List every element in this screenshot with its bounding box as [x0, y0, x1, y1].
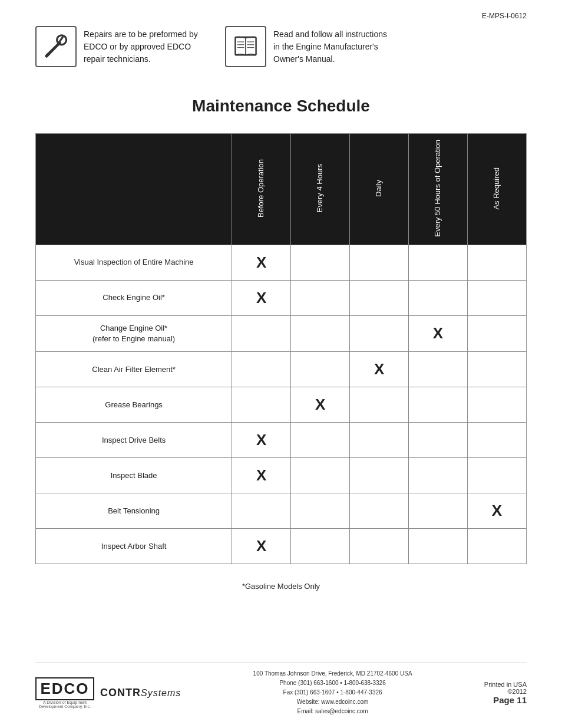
mark-cell-every_50_hours: X [409, 315, 468, 351]
mark-cell-before_operation [232, 493, 291, 529]
repair-text: Repairs are to be preformed by EDCO or b… [84, 26, 201, 65]
manual-block: Read and follow all instructions in the … [225, 26, 391, 67]
table-row: Grease BearingsX [36, 387, 527, 423]
mark-cell-daily [350, 493, 409, 529]
systems-text: Systems [141, 688, 181, 698]
mark-cell-every_50_hours [409, 387, 468, 423]
table-header-row: Before Operation Every 4 Hours Daily Eve… [36, 134, 527, 245]
manual-text: Read and follow all instructions in the … [273, 26, 391, 65]
maintenance-table: Before Operation Every 4 Hours Daily Eve… [35, 133, 527, 564]
mark-cell-before_operation [232, 387, 291, 423]
page-number: Page 11 [484, 695, 527, 705]
mark-cell-every_4_hours [291, 315, 350, 351]
contrx-text: CONTR [100, 687, 141, 699]
table-row: Change Engine Oil*(refer to Engine manua… [36, 315, 527, 351]
mark-cell-every_50_hours [409, 458, 468, 493]
header-icons: Repairs are to be preformed by EDCO or b… [35, 26, 527, 67]
doc-number: E-MPS-I-0612 [35, 12, 527, 20]
table-row: Visual Inspection of Entire MachineX [36, 245, 527, 280]
task-cell: Change Engine Oil*(refer to Engine manua… [36, 315, 232, 351]
table-row: Inspect Drive BeltsX [36, 423, 527, 458]
edco-subtitle: A Division of Equipment Development Comp… [35, 700, 94, 709]
wrench-icon-box [35, 26, 77, 67]
mark-cell-every_4_hours [291, 423, 350, 458]
mark-cell-as_required [468, 352, 527, 387]
task-cell: Inspect Drive Belts [36, 423, 232, 458]
mark-cell-before_operation: X [232, 245, 291, 280]
bottom-footer: EDCO A Division of Equipment Development… [35, 663, 527, 716]
copyright: ©2012 [484, 688, 527, 695]
mark-cell-every_4_hours [291, 529, 350, 564]
mark-cell-every_50_hours [409, 529, 468, 564]
mark-cell-every_4_hours [291, 245, 350, 280]
book-icon-box [225, 26, 266, 67]
mark-cell-daily [350, 245, 409, 280]
mark-cell-every_4_hours [291, 458, 350, 493]
task-cell: Belt Tensioning [36, 493, 232, 529]
mark-cell-as_required [468, 387, 527, 423]
mark-cell-every_50_hours [409, 352, 468, 387]
footer-logos: EDCO A Division of Equipment Development… [35, 677, 181, 709]
footnote: *Gasoline Models Only [35, 582, 527, 591]
page-title: Maintenance Schedule [35, 97, 527, 116]
mark-cell-before_operation [232, 315, 291, 351]
mark-cell-as_required [468, 423, 527, 458]
mark-cell-every_4_hours [291, 280, 350, 315]
task-cell: Inspect Arbor Shaft [36, 529, 232, 564]
task-cell: Clean Air Filter Element* [36, 352, 232, 387]
mark-cell-as_required [468, 280, 527, 315]
mark-cell-every_50_hours [409, 280, 468, 315]
mark-cell-daily [350, 458, 409, 493]
mark-cell-as_required [468, 529, 527, 564]
svg-line-3 [47, 53, 49, 56]
book-icon [232, 32, 260, 61]
mark-cell-daily [350, 529, 409, 564]
task-cell: Inspect Blade [36, 458, 232, 493]
mark-cell-before_operation: X [232, 458, 291, 493]
mark-cell-every_4_hours [291, 352, 350, 387]
mark-cell-before_operation: X [232, 423, 291, 458]
printed-in: Printed in USA [484, 681, 527, 688]
edco-logo: EDCO A Division of Equipment Development… [35, 677, 94, 709]
table-row: Check Engine Oil*X [36, 280, 527, 315]
mark-cell-before_operation [232, 352, 291, 387]
footer-right: Printed in USA ©2012 Page 11 [484, 681, 527, 705]
mark-cell-every_50_hours [409, 423, 468, 458]
wrench-icon [42, 32, 70, 61]
mark-cell-daily: X [350, 352, 409, 387]
task-cell: Grease Bearings [36, 387, 232, 423]
footer-contact: 100 Thomas Johnson Drive, Frederick, MD … [253, 669, 412, 716]
task-cell: Visual Inspection of Entire Machine [36, 245, 232, 280]
header-every-4-hours: Every 4 Hours [291, 134, 350, 245]
mark-cell-as_required [468, 458, 527, 493]
table-row: Inspect BladeX [36, 458, 527, 493]
mark-cell-every_50_hours [409, 245, 468, 280]
mark-cell-before_operation: X [232, 529, 291, 564]
mark-cell-daily [350, 280, 409, 315]
mark-cell-before_operation: X [232, 280, 291, 315]
task-cell: Check Engine Oil* [36, 280, 232, 315]
header-daily: Daily [350, 134, 409, 245]
repair-block: Repairs are to be preformed by EDCO or b… [35, 26, 201, 67]
header-before-operation: Before Operation [232, 134, 291, 245]
contrx-logo: CONTRSystems [100, 687, 181, 699]
header-task-cell [36, 134, 232, 245]
mark-cell-as_required: X [468, 493, 527, 529]
header-every-50-hours: Every 50 Hours of Operation [409, 134, 468, 245]
mark-cell-every_4_hours: X [291, 387, 350, 423]
header-as-required: As Required [468, 134, 527, 245]
mark-cell-every_50_hours [409, 493, 468, 529]
table-row: Clean Air Filter Element*X [36, 352, 527, 387]
mark-cell-as_required [468, 315, 527, 351]
mark-cell-daily [350, 423, 409, 458]
mark-cell-every_4_hours [291, 493, 350, 529]
mark-cell-as_required [468, 245, 527, 280]
mark-cell-daily [350, 315, 409, 351]
table-row: Belt TensioningX [36, 493, 527, 529]
table-row: Inspect Arbor ShaftX [36, 529, 527, 564]
edco-name: EDCO [35, 677, 94, 700]
mark-cell-daily [350, 387, 409, 423]
